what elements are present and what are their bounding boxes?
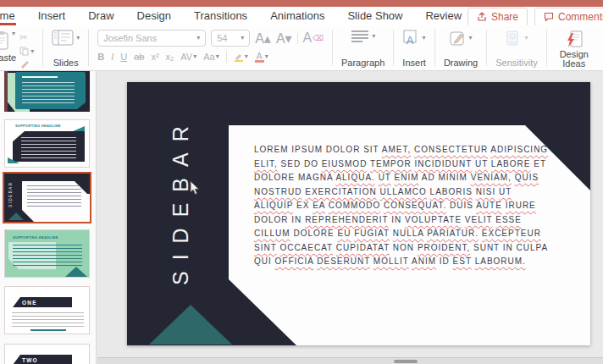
paragraph-dropdown-caret[interactable]: ▾ <box>372 33 375 40</box>
thumb3-teal-triangle <box>8 212 24 220</box>
slide-teal-triangle <box>149 305 232 345</box>
slide-body-text[interactable]: LOREM IPSUM DOLOR SIT AMET, CONSECTETUR … <box>254 143 552 269</box>
font-group: Josefin Sans ▾ 54 ▾ A▴ A▾ A⌫ B I U ab x²… <box>91 25 329 70</box>
paste-dropdown-caret[interactable]: ▾ <box>12 30 15 37</box>
drawing-icon <box>450 30 467 47</box>
slide-editor[interactable]: SIDEBAR LOREM IPSUM DOLOR SIT AMET, CONS… <box>127 82 590 345</box>
italic-button[interactable]: I <box>111 52 113 62</box>
scissors-icon: ✂ <box>19 32 27 43</box>
thumb5-text-lines <box>12 312 84 328</box>
thumbnail-slide-3-selected[interactable]: SIDEBAR <box>3 172 91 223</box>
design-ideas-group[interactable]: Design Ideas <box>550 25 599 70</box>
sensitivity-icon <box>505 30 522 47</box>
paste-group: ▾ Paste ✂ ▾ <box>0 25 40 70</box>
thumbnail-slide-5[interactable]: ONE <box>4 286 90 334</box>
tab-home[interactable]: Home <box>0 8 16 25</box>
thumb2-title: SUPPORTING HEADLINE <box>15 124 61 128</box>
tab-insert[interactable]: Insert <box>37 8 67 25</box>
font-color-swatch <box>255 60 264 63</box>
design-ideas-icon <box>565 30 584 50</box>
font-color-button[interactable]: A ▾ <box>255 52 268 63</box>
thumbnail-slide-4[interactable]: SUPPORTING HEADLINE <box>4 229 90 278</box>
increase-font-size-button[interactable]: A▴ <box>255 30 271 47</box>
drawing-label: Drawing <box>444 58 478 68</box>
thumb6-title: TWO <box>13 357 38 363</box>
paragraph-group[interactable]: ▾ Paragraph <box>335 25 390 70</box>
format-painter-button[interactable] <box>19 59 34 69</box>
share-icon <box>477 12 487 22</box>
slide-thumbnail-panel: SUPPORTING HEADLINE SIDEBAR SUPPORTING H… <box>0 71 97 364</box>
subscript-button[interactable]: x₂ <box>166 52 174 62</box>
horizontal-scrollbar[interactable] <box>97 357 603 364</box>
bold-button[interactable]: B <box>97 52 104 62</box>
paragraph-icon <box>351 30 369 43</box>
font-name-value: Josefin Sans <box>103 33 157 43</box>
ribbon-toolbar: ▾ Paste ✂ ▾ ▾ Slides Josefi <box>0 25 603 71</box>
cut-button[interactable]: ✂ <box>19 32 34 43</box>
copy-icon <box>19 47 29 56</box>
new-slide-icon <box>52 30 74 46</box>
tab-slide-show[interactable]: Slide Show <box>346 8 403 25</box>
insert-dropdown-caret[interactable]: ▾ <box>423 35 426 41</box>
strikethrough-button[interactable]: ab <box>134 52 144 62</box>
decrease-font-size-button[interactable]: A▾ <box>276 30 292 47</box>
tab-transitions[interactable]: Transitions <box>193 8 248 25</box>
clipboard-icon <box>0 30 10 51</box>
insert-group[interactable]: A ▾ Insert <box>396 25 432 70</box>
tab-animations[interactable]: Animations <box>269 8 325 25</box>
thumb1-teal-box <box>15 72 86 109</box>
svg-text:A: A <box>406 34 413 47</box>
slides-dropdown-caret[interactable]: ▾ <box>76 35 80 41</box>
paste-button[interactable]: ▾ Paste <box>0 30 16 63</box>
slide-vertical-title[interactable]: SIDEBAR <box>163 116 197 285</box>
thumb6-banner: TWO <box>13 355 72 364</box>
thumbnail-slide-1[interactable] <box>4 71 90 112</box>
copy-button[interactable]: ▾ <box>19 47 34 56</box>
superscript-button[interactable]: x² <box>151 52 158 62</box>
clear-formatting-button[interactable]: A⌫ <box>303 30 324 46</box>
design-ideas-label: Design Ideas <box>556 50 593 69</box>
comments-label: Comments <box>558 11 603 23</box>
slides-group[interactable]: ▾ Slides <box>46 25 86 70</box>
thumb2-teal-accent-top <box>71 126 85 132</box>
character-spacing-button[interactable]: AV▾ <box>180 52 196 62</box>
scrollbar-handle[interactable] <box>394 360 418 363</box>
paragraph-label: Paragraph <box>341 58 384 68</box>
drawing-group[interactable]: ▾ Drawing <box>438 25 484 70</box>
font-name-combobox[interactable]: Josefin Sans ▾ <box>97 30 206 47</box>
drawing-dropdown-caret[interactable]: ▾ <box>469 35 473 41</box>
text-box-icon: A <box>403 30 420 47</box>
format-painter-icon <box>19 59 29 69</box>
thumbnail-slide-6[interactable]: TWO <box>4 344 90 364</box>
share-button[interactable]: Share <box>467 8 528 26</box>
thumb4-teal-triangle <box>65 267 87 277</box>
comments-button[interactable]: Comments <box>534 8 603 26</box>
underline-button[interactable]: U <box>120 52 127 62</box>
thumb1-maroon-band <box>4 71 8 112</box>
insert-label: Insert <box>402 58 426 68</box>
thumbnail-slide-2[interactable]: SUPPORTING HEADLINE <box>4 119 90 168</box>
change-case-button[interactable]: Aa▾ <box>203 52 219 62</box>
tab-draw[interactable]: Draw <box>87 8 114 25</box>
slide-canvas-area: SIDEBAR LOREM IPSUM DOLOR SIT AMET, CONS… <box>97 71 603 364</box>
font-size-combobox[interactable]: 54 ▾ <box>211 30 250 47</box>
highlight-color-button[interactable]: ▾ <box>234 52 248 62</box>
thumb4-title: SUPPORTING HEADLINE <box>13 235 58 240</box>
sensitivity-label: Sensitivity <box>495 58 538 68</box>
share-label: Share <box>491 11 518 23</box>
paste-label: Paste <box>0 53 16 63</box>
menu-bar: HomeInsertDrawDesignTransitionsAnimation… <box>0 7 603 25</box>
thumb3-vertical-title: SIDEBAR <box>8 178 13 212</box>
menu-tabs: HomeInsertDrawDesignTransitionsAnimation… <box>0 7 509 25</box>
thumb2-navy-box <box>13 131 85 162</box>
thumb5-teal-rule <box>30 329 66 331</box>
highlighter-icon <box>234 52 244 62</box>
thumb5-banner: ONE <box>13 297 72 307</box>
tab-design[interactable]: Design <box>136 8 172 25</box>
sensitivity-group: ▾ Sensitivity <box>490 25 544 70</box>
clipboard-tools: ✂ ▾ <box>19 30 34 69</box>
tab-review[interactable]: Review <box>424 8 462 25</box>
slides-label: Slides <box>53 58 79 68</box>
font-size-value: 54 <box>217 33 227 43</box>
thumb5-title: ONE <box>13 300 37 306</box>
